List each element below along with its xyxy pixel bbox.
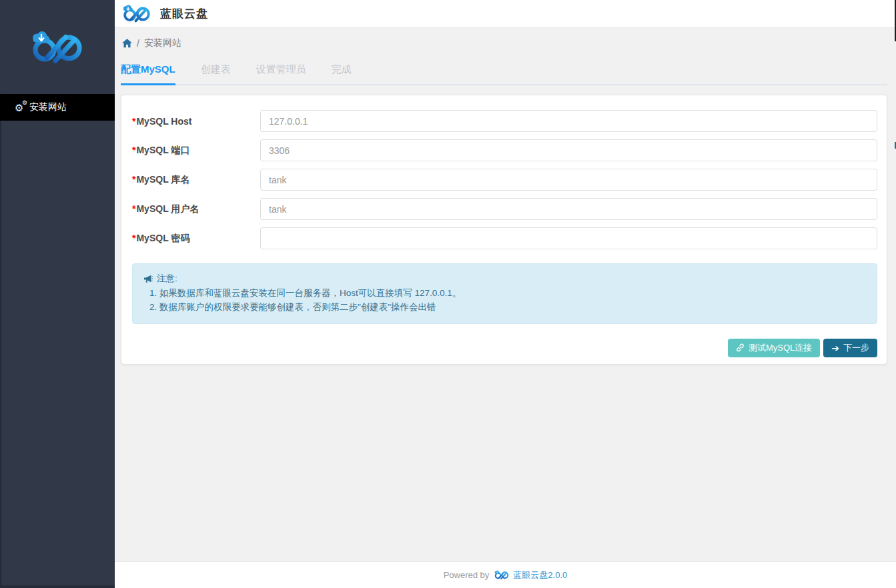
required-asterisk: *	[132, 174, 135, 185]
cogs-icon: ⚙⚙	[15, 103, 29, 113]
mysql-port-input[interactable]	[260, 139, 877, 161]
arrow-right-icon: ➔	[831, 343, 839, 353]
app-logo-icon	[27, 29, 88, 65]
notice-box: 注意: 如果数据库和蓝眼云盘安装在同一台服务器，Host可以直接填写 127.0…	[132, 263, 877, 324]
required-asterisk: *	[132, 203, 135, 214]
tab-set-admin[interactable]: 设置管理员	[256, 59, 306, 84]
bullhorn-icon	[143, 275, 153, 283]
content-area: / 安装网站 配置MySQL 创建表 设置管理员 完成 *MySQL Host	[115, 28, 896, 561]
home-icon[interactable]	[122, 39, 132, 48]
breadcrumb: / 安装网站	[121, 28, 887, 59]
required-asterisk: *	[132, 116, 135, 127]
notice-title-row: 注意:	[143, 273, 866, 285]
tab-configure-mysql[interactable]: 配置MySQL	[121, 59, 175, 85]
form-row-port: *MySQL 端口	[132, 139, 877, 161]
notice-item: 如果数据库和蓝眼云盘安装在同一台服务器，Host可以直接填写 127.0.0.1…	[159, 287, 866, 300]
install-page: ⚙⚙ 安装网站 蓝眼云盘 / 安装网站 配置My	[0, 0, 896, 588]
form-row-username: *MySQL 用户名	[132, 198, 877, 220]
app-title: 蓝眼云盘	[160, 6, 208, 21]
required-asterisk: *	[132, 145, 135, 155]
form-row-password: *MySQL 密码	[132, 227, 877, 249]
page-footer: Powered by 蓝眼云盘2.0.0	[115, 561, 896, 588]
main-area: 蓝眼云盘 / 安装网站 配置MySQL 创建表 设置管理员 完成	[115, 0, 896, 588]
mysql-username-input[interactable]	[260, 198, 877, 220]
tab-create-tables[interactable]: 创建表	[201, 59, 231, 84]
link-icon	[736, 343, 745, 352]
field-label: *MySQL 端口	[132, 145, 260, 157]
actions-row: 测试MySQL连接 ➔ 下一步	[132, 339, 877, 357]
tab-finish[interactable]: 完成	[332, 59, 352, 84]
form-row-host: *MySQL Host	[132, 110, 877, 132]
field-label: *MySQL 库名	[132, 174, 260, 186]
notice-item: 数据库账户的权限要求要能够创建表，否则第二步"创建表"操作会出错	[159, 301, 866, 314]
header-brand[interactable]: 蓝眼云盘	[120, 4, 208, 23]
notice-list: 如果数据库和蓝眼云盘安装在同一台服务器，Host可以直接填写 127.0.0.1…	[143, 287, 866, 314]
wizard-tabs: 配置MySQL 创建表 设置管理员 完成	[121, 59, 887, 85]
sidebar-item-label: 安装网站	[29, 101, 67, 113]
breadcrumb-current: 安装网站	[144, 37, 181, 49]
form-row-dbname: *MySQL 库名	[132, 169, 877, 191]
required-asterisk: *	[132, 233, 135, 243]
app-logo-icon	[120, 4, 153, 23]
powered-by-text: Powered by	[444, 570, 490, 580]
next-step-button[interactable]: ➔ 下一步	[823, 339, 877, 357]
mysql-password-input[interactable]	[260, 227, 877, 249]
test-mysql-connection-button[interactable]: 测试MySQL连接	[728, 339, 820, 357]
mysql-config-card: *MySQL Host *MySQL 端口 *MySQL 库名	[121, 95, 887, 365]
mysql-host-input[interactable]	[260, 110, 877, 132]
notice-title: 注意:	[157, 273, 177, 285]
sidebar: ⚙⚙ 安装网站	[0, 0, 115, 588]
top-header: 蓝眼云盘	[115, 0, 896, 28]
field-label: *MySQL Host	[132, 116, 260, 127]
mysql-dbname-input[interactable]	[260, 169, 877, 191]
breadcrumb-separator: /	[137, 38, 139, 49]
field-label: *MySQL 密码	[132, 233, 260, 245]
sidebar-item-install-site[interactable]: ⚙⚙ 安装网站	[0, 94, 115, 121]
footer-brand-link[interactable]: 蓝眼云盘2.0.0	[493, 569, 567, 581]
sidebar-logo-block	[0, 0, 115, 94]
app-logo-icon	[493, 570, 510, 580]
field-label: *MySQL 用户名	[132, 203, 260, 215]
